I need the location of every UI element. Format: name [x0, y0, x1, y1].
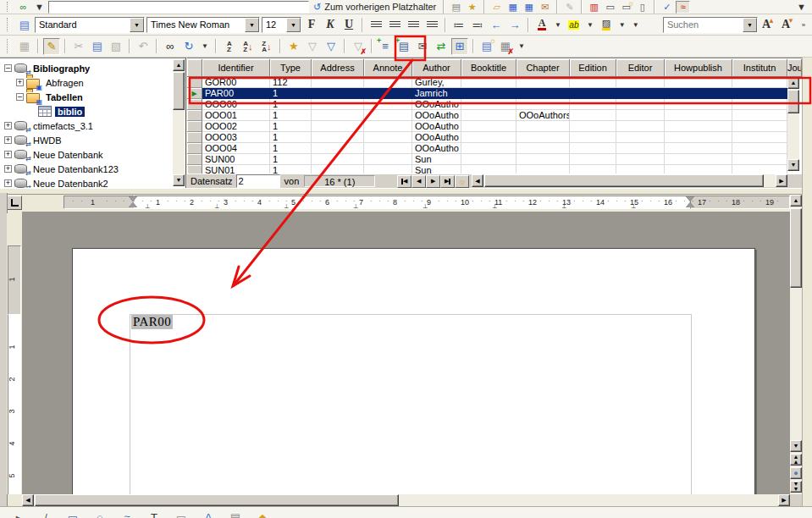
- grid-cell[interactable]: [616, 132, 665, 143]
- bold-button[interactable]: F: [303, 16, 320, 33]
- grid-scrollbar[interactable]: ▲ ▼: [787, 77, 799, 171]
- right-indent-marker-bottom[interactable]: [686, 202, 694, 207]
- apply-filter-button[interactable]: ▽: [304, 38, 321, 55]
- align-left-button[interactable]: [367, 16, 384, 33]
- grid-cell[interactable]: [516, 88, 570, 99]
- grid-cell[interactable]: [616, 165, 665, 174]
- grid-cell[interactable]: [516, 132, 570, 143]
- table-row-ooo03[interactable]: OOO031OOoAutho: [187, 132, 787, 143]
- row-selector-cell[interactable]: [187, 132, 202, 143]
- grid-cell[interactable]: [665, 110, 732, 121]
- expand-icon[interactable]: +: [4, 136, 12, 144]
- data-to-text-button[interactable]: ≡+: [377, 38, 394, 55]
- grid-cell[interactable]: [461, 143, 516, 154]
- extrusion-tool-button[interactable]: ◆: [254, 509, 271, 518]
- grid-cell[interactable]: [732, 77, 787, 88]
- grid-cell[interactable]: [570, 154, 616, 165]
- grid-cell[interactable]: [616, 121, 665, 132]
- row1-overflow-dropdown-button[interactable]: ▼: [794, 1, 809, 14]
- grid-cell[interactable]: [570, 88, 616, 99]
- grid-cell[interactable]: [312, 121, 364, 132]
- grid-cell[interactable]: [364, 77, 412, 88]
- row-selector-cell[interactable]: [187, 165, 202, 174]
- grid-scroll-up-icon[interactable]: ▲: [787, 77, 799, 89]
- grid-cell[interactable]: [732, 132, 787, 143]
- align-right-button[interactable]: [405, 16, 422, 33]
- grid-cell[interactable]: 1: [270, 99, 312, 110]
- indent-marker-bottom[interactable]: [129, 202, 137, 207]
- autofilter-button[interactable]: ★: [285, 38, 302, 55]
- save-button[interactable]: ▦: [505, 1, 520, 14]
- page-preview-button[interactable]: ▯: [635, 1, 649, 14]
- row-selector-cell[interactable]: [187, 143, 202, 154]
- tree-item-neue-datenbank123[interactable]: +Neue Datenbank123: [0, 162, 185, 176]
- grid-cell[interactable]: SUN01: [202, 165, 270, 174]
- grid-cell[interactable]: [570, 132, 616, 143]
- tree-item-neue-datenbank2[interactable]: +Neue Datenbank2: [0, 176, 185, 188]
- tree-item-neue-datenbank[interactable]: +Neue Datenbank: [0, 147, 185, 162]
- grid-cell[interactable]: OOoAutho: [412, 121, 461, 132]
- fontwork-tool-button[interactable]: A: [200, 509, 217, 518]
- grid-cell[interactable]: [570, 99, 616, 110]
- grid-cell[interactable]: OOoAutho: [412, 143, 461, 154]
- grid-cell[interactable]: [665, 121, 732, 132]
- numbered-list-button[interactable]: ≔: [450, 16, 467, 33]
- tree-item-bibliography[interactable]: –Bibliography: [0, 61, 185, 75]
- explorer-toggle-button[interactable]: ⊞: [451, 38, 468, 55]
- grid-cell[interactable]: [461, 132, 516, 143]
- grid-cell[interactable]: [665, 154, 732, 165]
- doc-hscroll-left-icon[interactable]: ◀: [22, 494, 34, 506]
- print-file-button[interactable]: ▭☼: [619, 1, 633, 14]
- grid-cell[interactable]: [570, 77, 616, 88]
- tree-item-biblio[interactable]: biblio: [0, 104, 185, 118]
- grid-cell[interactable]: [516, 165, 570, 174]
- url-input[interactable]: [48, 1, 309, 14]
- save-record-button[interactable]: ▦: [16, 38, 33, 55]
- grid-cell[interactable]: 1: [270, 88, 312, 99]
- tree-item-abfragen[interactable]: +Abfragen: [0, 75, 185, 90]
- background-color-dropdown-button[interactable]: ▼: [616, 16, 628, 33]
- grid-cell[interactable]: [312, 143, 364, 154]
- grid-cell[interactable]: [570, 110, 616, 121]
- freeform-tool-button[interactable]: ≈: [119, 509, 135, 518]
- undo-button[interactable]: ↶: [135, 38, 152, 55]
- form-navigator-button[interactable]: ▤: [449, 1, 463, 14]
- column-header-chapter[interactable]: Chapter: [516, 59, 570, 77]
- grid-cell[interactable]: [461, 154, 516, 165]
- font-size-combo-dropdown-icon[interactable]: ▼: [286, 18, 301, 32]
- record-hscroll-left-icon[interactable]: ◀: [472, 174, 483, 187]
- grid-cell[interactable]: OOoAutho: [412, 99, 461, 110]
- column-header-institutn[interactable]: Institutn: [732, 59, 787, 77]
- grid-cell[interactable]: OOO02: [202, 121, 270, 132]
- text-tool-button[interactable]: T: [146, 509, 163, 518]
- line-tool-button[interactable]: /: [37, 509, 54, 518]
- table-row-ooo02[interactable]: OOO021OOoAutho: [187, 121, 787, 132]
- grid-cell[interactable]: [312, 154, 364, 165]
- autopilot-wand-button[interactable]: ★: [465, 1, 479, 14]
- grid-cell[interactable]: [312, 88, 364, 99]
- grid-cell[interactable]: OOO00: [202, 99, 270, 110]
- current-database-button[interactable]: ⇄: [433, 38, 450, 55]
- save-all-button[interactable]: ▦: [522, 1, 536, 14]
- grid-cell[interactable]: 1: [270, 154, 312, 165]
- grid-cell[interactable]: 112: [270, 77, 312, 88]
- cut-button[interactable]: ✂: [70, 38, 87, 55]
- grid-cell[interactable]: [616, 99, 665, 110]
- column-header-address[interactable]: Address: [312, 59, 364, 77]
- highlighting-button[interactable]: ab: [566, 16, 583, 33]
- grid-cell[interactable]: [312, 110, 364, 121]
- row-selector-cell[interactable]: [187, 99, 202, 110]
- edit-file-button[interactable]: ✎: [562, 1, 577, 14]
- grid-cell[interactable]: [312, 132, 364, 143]
- grid-cell[interactable]: Sun: [412, 154, 461, 165]
- grid-cell[interactable]: [665, 99, 732, 110]
- grid-cell[interactable]: 1: [270, 132, 312, 143]
- refresh-dropdown-button[interactable]: ▼: [199, 38, 211, 55]
- grid-cell[interactable]: Gurley,: [412, 77, 461, 88]
- grid-cell[interactable]: [364, 110, 412, 121]
- background-color-button[interactable]: ▨: [598, 16, 615, 33]
- select-tool-button[interactable]: ▸: [10, 509, 27, 518]
- grid-cell[interactable]: PAR00: [202, 88, 270, 99]
- next-record-button[interactable]: ▶: [426, 175, 440, 188]
- bullet-list-button[interactable]: ≕: [469, 16, 486, 33]
